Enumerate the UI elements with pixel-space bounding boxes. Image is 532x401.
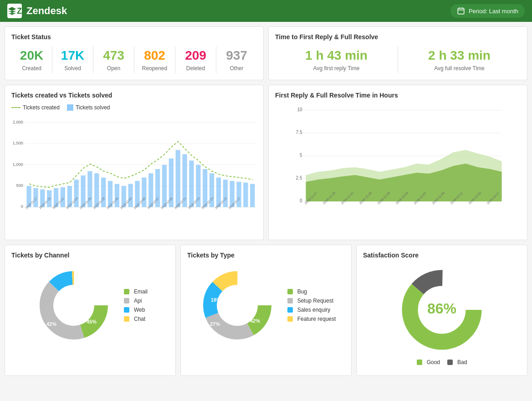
svg-rect-26 <box>101 177 106 207</box>
area-chart-container: 10 7.5 5 2.5 0 <box>275 104 521 233</box>
svg-text:500: 500 <box>16 183 24 188</box>
metric-other-label: Other <box>220 65 253 72</box>
svg-text:5: 5 <box>300 153 302 158</box>
time-title: Time to First Reply & Full Resolve <box>275 33 521 41</box>
setup-color <box>287 298 293 303</box>
svg-text:12%: 12% <box>58 298 68 304</box>
type-legend-feature: Feature request <box>287 316 336 322</box>
bug-color <box>287 289 293 294</box>
svg-text:2.5: 2.5 <box>296 175 302 180</box>
svg-text:2,000: 2,000 <box>13 119 23 124</box>
period-button[interactable]: Period: Last month <box>450 4 525 18</box>
chat-color <box>124 316 129 322</box>
type-legend: Bug Setup Request Sales enquiry Feature … <box>287 288 336 322</box>
web-color <box>124 307 129 313</box>
api-color <box>124 298 129 303</box>
type-bug-label: Bug <box>297 288 307 295</box>
channel-legend-web: Web <box>124 307 148 313</box>
metric-other: 937 Other <box>216 46 257 73</box>
channel-donut: 12% 1% 45% 42% <box>33 264 115 346</box>
satisfaction-bad: Bad <box>447 359 467 365</box>
metric-open-label: Open <box>97 65 130 72</box>
bad-color <box>447 360 453 365</box>
svg-rect-47 <box>243 182 248 207</box>
header-left: Z Z Zendesk <box>7 4 67 18</box>
calendar-icon <box>457 7 465 15</box>
type-donut-svg: 13% 42% 27% 18% <box>196 264 278 346</box>
bottom-row: Tickets by Channel 12% 1% <box>5 245 527 376</box>
svg-text:27%: 27% <box>210 321 220 327</box>
svg-rect-28 <box>115 184 119 207</box>
type-setup-label: Setup Request <box>297 298 333 304</box>
metric-deleted-value: 209 <box>179 48 212 63</box>
time-full-resolve: 2 h 33 min Avg full resolve Time <box>398 46 521 73</box>
channel-legend: Email Api Web Chat <box>124 288 148 322</box>
legend-created: Tickets created <box>11 104 60 111</box>
satisfaction-legend: Good Bad <box>417 359 467 365</box>
created-vs-solved-panel: Tickets created vs Tickets solved Ticket… <box>5 85 264 240</box>
metric-solved: 17K Solved <box>52 46 93 73</box>
svg-text:1,500: 1,500 <box>13 141 23 145</box>
metric-created-value: 20K <box>15 48 48 63</box>
svg-rect-22 <box>74 180 79 207</box>
satisfaction-good-label: Good <box>427 359 440 365</box>
time-panel: Time to First Reply & Full Resolve 1 h 4… <box>268 26 527 80</box>
bar-chart-container: 2,000 1,500 1,000 500 0 <box>11 114 257 225</box>
metric-created-label: Created <box>15 65 48 72</box>
metric-created: 20K Created <box>11 46 52 73</box>
metric-solved-value: 17K <box>56 48 89 63</box>
top-row: Ticket Status 20K Created 17K Solved 473… <box>5 26 527 80</box>
time-first-reply: 1 h 43 min Avg first reply Time <box>275 46 398 73</box>
time-metrics: 1 h 43 min Avg first reply Time 2 h 33 m… <box>275 46 521 73</box>
svg-text:0: 0 <box>300 198 302 203</box>
app-header: Z Z Zendesk Period: Last month <box>0 0 532 22</box>
sales-color <box>287 307 293 313</box>
svg-rect-30 <box>128 184 133 207</box>
satisfaction-content: 86% Good Bad <box>363 264 521 369</box>
email-color <box>124 289 129 294</box>
metric-deleted: 209 Deleted <box>175 46 216 73</box>
svg-text:18%: 18% <box>211 297 221 303</box>
svg-rect-1 <box>458 8 464 14</box>
metric-reopened: 802 Reopened <box>134 46 175 73</box>
svg-text:86%: 86% <box>427 300 456 317</box>
channel-legend-email: Email <box>124 288 148 295</box>
channel-email-label: Email <box>134 288 148 295</box>
legend-solved: Tickets solved <box>67 104 110 111</box>
status-metrics: 20K Created 17K Solved 473 Open 802 Reop… <box>11 46 257 73</box>
time-first-reply-value: 1 h 43 min <box>279 48 394 63</box>
svg-text:42%: 42% <box>250 318 260 324</box>
channel-donut-svg: 12% 1% 45% 42% <box>33 264 115 346</box>
satisfaction-donut-svg: 86% <box>396 264 487 355</box>
legend-solved-label: Tickets solved <box>76 104 110 111</box>
type-legend-bug: Bug <box>287 288 336 295</box>
svg-rect-32 <box>142 177 146 207</box>
channel-web-label: Web <box>134 307 145 313</box>
satisfaction-good: Good <box>417 359 440 365</box>
svg-rect-39 <box>189 160 194 207</box>
created-vs-solved-title: Tickets created vs Tickets solved <box>11 92 257 99</box>
type-donut: 13% 42% 27% 18% <box>196 264 278 346</box>
reply-resolve-title: First Reply & Full Resolve Time in Hours <box>275 92 521 99</box>
satisfaction-bad-label: Bad <box>457 359 467 365</box>
svg-text:10: 10 <box>297 107 302 112</box>
metric-open: 473 Open <box>93 46 134 73</box>
svg-text:Z: Z <box>9 9 11 14</box>
svg-rect-46 <box>236 181 241 207</box>
svg-rect-44 <box>223 180 228 207</box>
svg-text:7.5: 7.5 <box>296 130 302 135</box>
satisfaction-title: Satisfaction Score <box>363 252 521 259</box>
metric-other-value: 937 <box>220 48 253 63</box>
channel-legend-api: Api <box>124 298 148 304</box>
svg-rect-48 <box>250 184 255 207</box>
metric-reopened-label: Reopened <box>138 65 171 72</box>
metric-solved-label: Solved <box>56 65 89 72</box>
main-content: Ticket Status 20K Created 17K Solved 473… <box>0 22 532 380</box>
type-legend-setup: Setup Request <box>287 298 336 304</box>
area-chart-svg: 10 7.5 5 2.5 0 <box>275 104 521 232</box>
type-legend-sales: Sales enquiry <box>287 307 336 313</box>
svg-rect-35 <box>162 165 167 207</box>
svg-text:0: 0 <box>21 204 23 209</box>
mid-row: Tickets created vs Tickets solved Ticket… <box>5 85 527 240</box>
satisfaction-panel: Satisfaction Score 86% Good <box>356 245 527 376</box>
